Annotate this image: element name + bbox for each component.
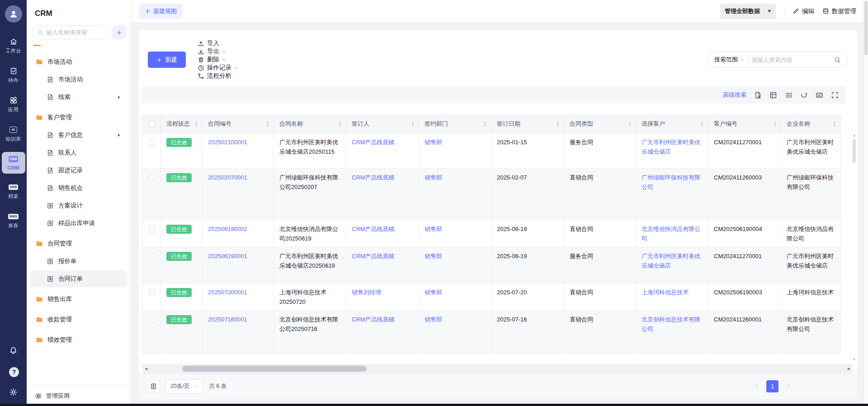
cell-contract-no-link[interactable]: 202507160001 (208, 316, 247, 323)
table-row[interactable]: 已生效202507200001上海珂科信息技术20250720销售刘经理销售部2… (142, 283, 841, 311)
column-menu-icon[interactable] (772, 121, 778, 127)
tree-item-样品出库申请[interactable]: 样品出库申请 (30, 215, 127, 231)
table-row[interactable]: 已生效202502100001广元市利州区美时美优乐城仓储店20250115CR… (142, 133, 841, 169)
rail-help-button[interactable]: ? (6, 364, 21, 379)
search-scope-dropdown[interactable]: 搜索范围 (714, 56, 745, 64)
row-height-button[interactable] (147, 380, 160, 393)
cell-contract-no-link[interactable]: 202506190001 (208, 253, 247, 260)
rail-item-apps[interactable]: 应用 (2, 93, 25, 116)
export-button[interactable]: 导出 (198, 47, 226, 56)
advanced-search-link[interactable]: 高级搜索 (723, 91, 746, 99)
page-number-button[interactable]: 1 (766, 380, 778, 392)
cell-signer-link[interactable]: CRM产品线底稿 (352, 253, 395, 260)
tree-item-报价单[interactable]: 报价单 (30, 253, 127, 269)
cell-signer-link[interactable]: CRM产品线底稿 (352, 226, 395, 232)
cell-customer-link[interactable]: 北京创科信息技术有限公司 (642, 316, 700, 332)
tree-item-跟进记录[interactable]: 跟进记录 (30, 162, 127, 179)
rail-notifications-button[interactable] (6, 343, 21, 358)
column-menu-icon[interactable] (482, 121, 488, 127)
tree-item-市场活动[interactable]: 市场活动 (30, 71, 127, 88)
import-button[interactable]: 导入 (198, 39, 219, 47)
sidebar-search-input[interactable] (46, 29, 104, 36)
column-settings-icon[interactable] (785, 91, 793, 99)
search-icon[interactable] (834, 57, 841, 63)
tree-folder-合同管理[interactable]: 合同管理 (30, 235, 127, 252)
scroll-down-icon[interactable]: ▼ (853, 358, 856, 362)
data-manage-button[interactable]: 数据管理 (822, 7, 856, 15)
cell-customer-link[interactable]: 广元市利州区美时美优乐城仓储店 (642, 139, 700, 155)
cell-customer-link[interactable]: 广元市利州区美时美优乐城仓储店 (642, 253, 700, 269)
cell-contract-no-link[interactable]: 202506190002 (208, 226, 247, 232)
rail-item-todo[interactable]: 待办 (2, 64, 25, 87)
refresh-icon[interactable] (800, 91, 808, 99)
tree-folder-市场活动[interactable]: 市场活动 (30, 53, 127, 70)
row-checkbox[interactable] (149, 289, 155, 296)
cell-signer-link[interactable]: CRM产品线底稿 (352, 174, 395, 181)
tree-folder-客户管理[interactable]: 客户管理 (30, 109, 127, 126)
manage-scope-button[interactable]: 管理全部数据 (720, 4, 776, 19)
edit-button[interactable]: 编辑 (793, 7, 814, 15)
op-log-button[interactable]: 操作记录 (198, 64, 239, 72)
horizontal-scroll-track[interactable] (150, 364, 845, 373)
page-size-select[interactable]: 20条/页 (165, 379, 203, 393)
scroll-left-icon[interactable]: ◀ (142, 367, 150, 371)
cell-customer-link[interactable]: 北京维信快消品有限公司 (642, 226, 700, 242)
manage-app-button[interactable]: 管理应用 (27, 385, 131, 406)
row-checkbox[interactable] (149, 316, 155, 323)
column-menu-icon[interactable] (193, 121, 199, 127)
row-checkbox[interactable] (149, 139, 155, 146)
column-menu-icon[interactable] (410, 121, 416, 127)
horizontal-scrollbar[interactable]: ◀ ▶ (142, 364, 853, 373)
cell-contract-no-link[interactable]: 202502070001 (208, 174, 247, 181)
row-checkbox[interactable] (149, 175, 155, 181)
window-scroll-thumb[interactable] (864, 1, 868, 55)
column-menu-icon[interactable] (699, 121, 705, 127)
cell-contract-no-link[interactable]: 202502100001 (208, 139, 247, 146)
rail-item-knowledge[interactable]: AI知识库 (2, 123, 25, 146)
cell-customer-link[interactable]: 广州绿能环保科技有限公司 (642, 174, 700, 190)
fullscreen-icon[interactable] (831, 91, 839, 99)
select-all-checkbox[interactable] (149, 121, 155, 127)
flow-analysis-button[interactable]: 流程分析 (198, 72, 231, 80)
vertical-scrollbar[interactable]: ▲ ▼ (851, 133, 857, 362)
window-scrollbar[interactable] (863, 0, 868, 404)
prev-page-button[interactable] (751, 381, 762, 392)
cell-signer-link[interactable]: 销售刘经理 (352, 289, 381, 296)
view-config-icon[interactable] (769, 91, 777, 99)
tree-folder-绩效管理[interactable]: 绩效管理 (30, 331, 127, 348)
export-file-icon[interactable] (754, 91, 762, 99)
column-menu-icon[interactable] (337, 121, 343, 127)
table-row[interactable]: 已生效202506190001广元市利州区美时美优乐城仓储店20250619CR… (142, 247, 841, 283)
cell-customer-link[interactable]: 上海珂科信息技术 (642, 289, 689, 296)
sidebar-add-button[interactable] (112, 25, 126, 39)
scroll-up-icon[interactable]: ▲ (853, 133, 856, 137)
rail-settings-button[interactable] (6, 384, 21, 400)
cell-dept-link[interactable]: 销售部 (425, 289, 442, 296)
cell-signer-link[interactable]: CRM产品线底稿 (352, 316, 395, 323)
rail-item-wms[interactable]: WMS库存 (2, 209, 25, 232)
table-row[interactable]: 已生效202502070001广州绿能环保科技有限公司20250207CRM产品… (142, 169, 841, 220)
delete-button[interactable]: 删除 (198, 56, 226, 64)
column-menu-icon[interactable] (264, 121, 271, 127)
table-row[interactable]: 已生效202507160001北京创科信息技术有限公司20250716CRM产品… (142, 311, 841, 354)
search-input[interactable] (751, 57, 831, 63)
cell-signer-link[interactable]: CRM产品线底稿 (352, 139, 395, 146)
column-menu-icon[interactable] (555, 121, 561, 127)
tree-item-合同订单[interactable]: 合同订单 (30, 270, 127, 287)
scroll-right-icon[interactable]: ▶ (845, 367, 853, 371)
user-avatar[interactable] (5, 5, 22, 23)
next-page-button[interactable] (783, 381, 794, 392)
cell-dept-link[interactable]: 销售部 (425, 253, 442, 260)
rail-item-srm[interactable]: SRM招采 (2, 180, 25, 203)
cell-contract-no-link[interactable]: 202507200001 (208, 289, 247, 296)
tree-folder-销售出库[interactable]: 销售出库 (30, 291, 127, 307)
new-view-button[interactable]: 新建视图 (139, 4, 183, 19)
column-menu-icon[interactable] (831, 121, 838, 127)
create-button[interactable]: 新建 (148, 52, 186, 68)
tree-item-联系人[interactable]: 联系人 (30, 144, 127, 161)
tree-item-方案设计[interactable]: 方案设计 (30, 197, 127, 214)
column-menu-icon[interactable] (627, 121, 633, 127)
tree-item-销售机会[interactable]: 销售机会 (30, 179, 127, 196)
rail-item-crm[interactable]: CRMCRM (2, 152, 25, 174)
cell-dept-link[interactable]: 销售部 (425, 174, 442, 181)
